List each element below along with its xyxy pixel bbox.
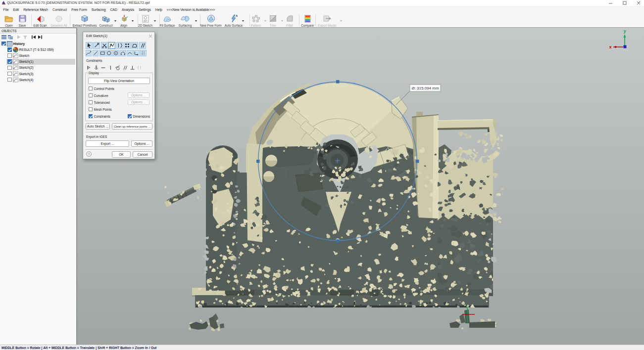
save-button[interactable]: Save [15, 14, 29, 27]
arc-tool[interactable] [127, 50, 133, 56]
tree-item-sketch4[interactable]: Sketch(4) [0, 77, 76, 83]
constraints-checkbox[interactable]: Constraints [89, 114, 110, 118]
trim-extend-tool[interactable] [93, 42, 100, 49]
constraints-label: Constraints [86, 59, 102, 62]
2d-sketch-dropdown[interactable] [154, 20, 156, 22]
trim-icon [268, 14, 278, 23]
fit-spline-tool[interactable] [108, 42, 115, 49]
construct-button[interactable]: Construct [97, 14, 115, 27]
sketch-checkbox[interactable] [7, 53, 12, 58]
svg-text:Ø: 315.094 mm: Ø: 315.094 mm [411, 86, 439, 90]
tree-item-sketch1[interactable]: Sketch(1) [0, 59, 76, 65]
parallel-constraint-icon[interactable] [122, 65, 128, 71]
result-checkbox[interactable] [7, 47, 12, 52]
anchor-constraint-icon[interactable] [94, 65, 99, 71]
sketch2-checkbox[interactable] [7, 66, 12, 70]
polyline-tool[interactable] [133, 50, 139, 56]
tree-view-icon[interactable] [7, 34, 13, 40]
align-dropdown[interactable] [132, 20, 134, 22]
curvature-checkbox[interactable]: Curvature [89, 93, 108, 97]
help-icon[interactable]: ? [86, 151, 92, 157]
menu-reference-mesh[interactable]: Reference Mesh [21, 8, 50, 11]
auto-sketch-button[interactable]: Auto Sketch ... [86, 123, 110, 130]
menu-new-version[interactable]: <<<New Version is Available>>> [164, 8, 217, 11]
ok-button[interactable]: OK [112, 151, 131, 158]
circle-tool[interactable] [106, 50, 112, 56]
dimensions-checkbox[interactable]: Dimensions [128, 114, 150, 118]
perpendicular-constraint-icon[interactable] [130, 65, 135, 71]
points-tool[interactable] [124, 42, 131, 49]
mesh-left-strip [247, 143, 262, 242]
export-options-button[interactable]: Options ... [131, 140, 152, 147]
tree-item-sketch3[interactable]: Sketch(3) [0, 71, 76, 77]
fix-constraint-icon[interactable] [86, 65, 92, 71]
vertical-constraint-icon[interactable] [108, 65, 113, 71]
circle-center-tool[interactable] [113, 50, 119, 56]
objects-panel-toolbar [0, 34, 76, 40]
menu-construct[interactable]: Construct [50, 8, 69, 11]
split-tool[interactable] [101, 42, 108, 49]
menu-analysis[interactable]: Analysis [119, 8, 136, 11]
menu-surfacing[interactable]: Surfacing [89, 8, 108, 11]
extract-primitives-icon [80, 14, 90, 23]
fit-surface-button[interactable]: Fit Surface [158, 14, 176, 27]
list-view-icon[interactable] [1, 34, 6, 40]
auto-surface-button[interactable]: A Auto Surface [223, 14, 244, 27]
open-button[interactable]: Open [2, 14, 16, 27]
select-tool[interactable] [86, 42, 93, 49]
mesh-points-checkbox[interactable]: Mesh Points [89, 107, 112, 111]
tangent-constraint-icon[interactable] [115, 65, 120, 71]
menu-edit[interactable]: Edit [11, 8, 21, 11]
line-tool[interactable] [93, 50, 99, 56]
tree-item-history[interactable]: History [0, 41, 76, 46]
pattern-dropdown [264, 20, 266, 22]
construction-line-tool[interactable] [140, 50, 146, 56]
auto-surface-icon: A [229, 14, 239, 23]
menu-settings[interactable]: Settings [137, 8, 153, 11]
sketch3-checkbox[interactable] [7, 72, 12, 76]
face-tool[interactable] [131, 42, 138, 49]
control-points-checkbox[interactable]: Control Points [89, 87, 114, 90]
sketch-icon [13, 71, 18, 77]
tree-item-sketch2[interactable]: Sketch(2) [0, 65, 76, 71]
spline-tool[interactable] [86, 50, 92, 56]
surfacing-dropdown[interactable] [195, 20, 197, 22]
flip-view-button[interactable]: Flip View Orientation [88, 78, 150, 84]
skip-last-icon[interactable] [37, 34, 43, 40]
menu-cad[interactable]: CAD [108, 8, 119, 11]
2d-sketch-button[interactable]: 2D Sketch [137, 14, 153, 27]
tree-item-result[interactable]: RESULT (T: 6 512 059) [0, 46, 76, 52]
dialog-close-icon[interactable] [148, 34, 153, 39]
menu-help[interactable]: Help [153, 8, 164, 11]
offset-tool[interactable] [116, 42, 123, 49]
menu-file[interactable]: File [1, 8, 11, 11]
toleranced-checkbox[interactable]: Toleranced [89, 100, 110, 104]
parallel-tool[interactable] [139, 42, 146, 49]
rectangle-tool[interactable] [99, 50, 105, 56]
curvature-options-button: Options ... [128, 92, 149, 98]
horizontal-constraint-icon[interactable] [100, 65, 106, 71]
skip-first-icon[interactable] [31, 34, 36, 40]
minimize-button[interactable] [606, 0, 616, 5]
dialog-title: Edit Sketch(1) [86, 34, 107, 38]
menu-free-form[interactable]: Free Form [69, 8, 90, 11]
align-button[interactable]: Align [118, 14, 130, 27]
construct-dropdown[interactable] [114, 20, 116, 22]
surfacing-button[interactable]: Surfacing [177, 14, 194, 27]
extract-primitives-button[interactable]: Extract Primitives [70, 14, 99, 27]
history-checkbox[interactable] [1, 42, 6, 46]
export-button[interactable]: Export ... [86, 140, 129, 147]
tree-item-sketch[interactable]: Sketch [0, 52, 76, 58]
compare-button[interactable]: Compare [299, 14, 315, 27]
new-free-form-button[interactable]: New Free Form [199, 14, 222, 27]
close-button[interactable] [634, 0, 644, 5]
sketch4-checkbox[interactable] [7, 78, 12, 82]
maximize-button[interactable] [620, 0, 630, 5]
arc-3point-tool[interactable] [120, 50, 126, 56]
auto-surface-dropdown[interactable] [242, 20, 244, 22]
cancel-button[interactable]: Cancel [133, 151, 152, 158]
edit-scan-button[interactable]: Edit Scan [32, 14, 49, 27]
cleanup-button[interactable]: Clean up reference points ... [112, 123, 152, 130]
sketch1-checkbox[interactable] [7, 59, 12, 64]
viewport-3d[interactable]: Ø: 315.094 mm y x [77, 28, 644, 345]
